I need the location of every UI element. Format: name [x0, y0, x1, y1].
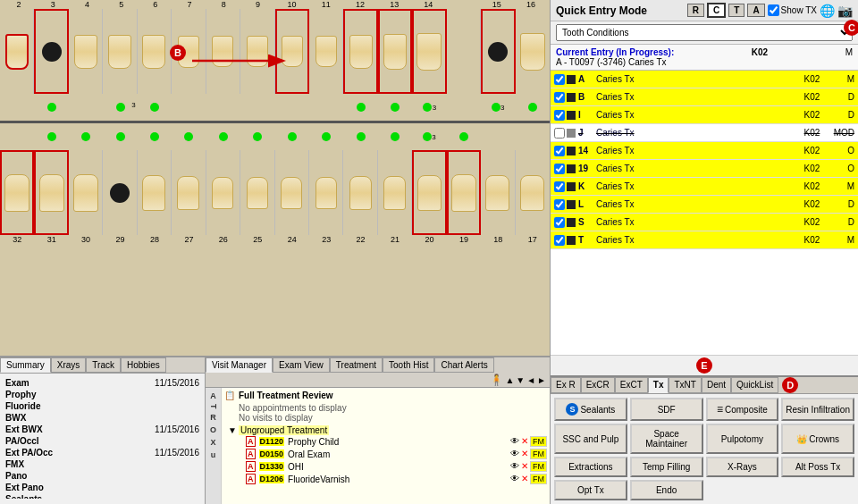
tooth-21[interactable] — [378, 150, 412, 235]
entry-row-14[interactable]: 14 Caries Tx K02 O — [551, 142, 858, 160]
tooth-G[interactable] — [206, 9, 240, 94]
visit-icon-down[interactable]: ▼ — [516, 375, 525, 385]
entry-checkbox-S[interactable] — [554, 217, 565, 228]
tooth-I[interactable] — [275, 9, 309, 94]
entry-checkbox-19[interactable] — [554, 164, 565, 174]
tab-hobbies[interactable]: Hobbies — [121, 357, 166, 373]
tooth-17[interactable] — [516, 150, 550, 235]
tx-btn-extractions[interactable]: Extractions — [554, 457, 627, 477]
icon-globe[interactable]: 🌐 — [820, 4, 835, 18]
mode-btn-R[interactable]: R — [687, 4, 704, 17]
visit-icon-up[interactable]: ▲ — [505, 375, 514, 385]
tooth-19[interactable] — [447, 150, 481, 235]
tx-btn-composite[interactable]: ≡ Composite — [706, 398, 779, 421]
treatment-D0150[interactable]: A D0150 Oral Exam 👁 ✕ FM — [224, 448, 547, 460]
tooth-16[interactable] — [516, 9, 550, 94]
tooth-B[interactable] — [34, 9, 68, 94]
tooth-S[interactable] — [34, 150, 68, 235]
tx-btn-pulpotomy[interactable]: Pulpotomy — [706, 424, 779, 454]
tooth-Q[interactable] — [103, 150, 137, 235]
tooth-O[interactable] — [172, 150, 206, 235]
entry-row-S[interactable]: S Caries Tx K02 D — [551, 214, 858, 231]
entry-checkbox-K[interactable] — [554, 181, 565, 192]
tx-btn-resin[interactable]: Resin Infiltration — [781, 398, 854, 421]
bottom-left-tab-bar: Summary Xrays Track Hobbies — [0, 357, 205, 374]
tab-treatment[interactable]: Treatment — [330, 357, 383, 373]
entry-row-K[interactable]: K Caries Tx K02 M — [551, 178, 858, 196]
mode-btn-C[interactable]: C — [707, 3, 726, 18]
tx-btn-altposs[interactable]: Alt Poss Tx — [781, 457, 854, 477]
entry-checkbox-T[interactable] — [554, 235, 565, 246]
treatment-D1330[interactable]: A D1330 OHI 👁 ✕ FM — [224, 460, 547, 473]
tx-tab-ExCR[interactable]: ExCR — [581, 377, 615, 393]
tooth-20[interactable] — [412, 150, 446, 235]
tooth-E[interactable] — [138, 9, 172, 94]
show-tx-checkbox[interactable] — [768, 4, 779, 16]
tooth-T[interactable] — [0, 150, 34, 235]
entry-letter-L: L — [578, 199, 596, 209]
entry-checkbox-A[interactable] — [554, 74, 565, 85]
tx-tab-Dent[interactable]: Dent — [702, 377, 731, 393]
tooth-14[interactable] — [412, 9, 446, 94]
entry-row-T[interactable]: T Caries Tx K02 M — [551, 231, 858, 249]
tab-chart-alerts[interactable]: Chart Alerts — [434, 357, 493, 373]
tx-btn-ssc[interactable]: SSC and Pulp — [554, 424, 627, 454]
visit-icon-right[interactable]: ► — [537, 375, 546, 385]
treatment-D1120[interactable]: A D1120 Prophy Child 👁 ✕ FM — [224, 435, 547, 448]
tooth-K[interactable] — [343, 9, 377, 94]
entry-checkbox-14[interactable] — [554, 146, 565, 156]
tooth-R[interactable] — [69, 150, 103, 235]
entry-row-I[interactable]: I Caries Tx K02 D — [551, 106, 858, 124]
tab-summary[interactable]: Summary — [0, 357, 51, 373]
tooth-15[interactable] — [481, 9, 515, 94]
tooth-K2[interactable] — [309, 150, 343, 235]
tooth-H[interactable] — [240, 9, 274, 94]
tx-tab-ExCT[interactable]: ExCT — [615, 377, 648, 393]
entry-checkbox-J[interactable] — [554, 128, 565, 139]
icon-camera[interactable]: 📷 — [837, 4, 853, 18]
tooth-D[interactable] — [103, 9, 137, 94]
tooth-conditions-dropdown[interactable]: Tooth Conditions — [556, 24, 853, 41]
tooth-A[interactable] — [0, 9, 34, 94]
tx-btn-crowns[interactable]: 👑 Crowns — [781, 424, 854, 454]
tx-btn-space[interactable]: Space Maintainer — [630, 424, 703, 454]
tx-tab-TxNT[interactable]: TxNT — [669, 377, 701, 393]
tx-btn-xrays[interactable]: X-Rays — [706, 457, 779, 477]
tooth-M[interactable] — [240, 150, 274, 235]
tx-tab-ExR[interactable]: Ex R — [551, 377, 581, 393]
tooth-L[interactable] — [378, 9, 412, 94]
mode-btn-T[interactable]: T — [728, 4, 744, 17]
tx-btn-opttx[interactable]: Opt Tx — [554, 480, 627, 500]
tooth-P[interactable] — [138, 150, 172, 235]
tx-btn-endo[interactable]: Endo — [630, 480, 703, 500]
tab-visit-manager[interactable]: Visit Manager — [206, 357, 273, 373]
tab-xrays[interactable]: Xrays — [51, 357, 87, 373]
entry-row-L[interactable]: L Caries Tx K02 D — [551, 196, 858, 214]
tooth-L2[interactable] — [275, 150, 309, 235]
tx-btn-temp[interactable]: Temp Filling — [630, 457, 703, 477]
visit-icon-left[interactable]: ◄ — [526, 375, 535, 385]
entry-checkbox-L[interactable] — [554, 199, 565, 210]
tab-tooth-hist[interactable]: Tooth Hist — [383, 357, 434, 373]
treatment-D1206[interactable]: A D1206 FluorideVarnish 👁 ✕ FM — [224, 473, 547, 485]
tab-track[interactable]: Track — [86, 357, 121, 373]
tooth-J[interactable] — [309, 9, 343, 94]
tab-exam-view[interactable]: Exam View — [273, 357, 330, 373]
tooth-18[interactable] — [481, 150, 515, 235]
visit-icon-person[interactable]: 🧍 — [490, 374, 503, 386]
tx-tab-Tx[interactable]: Tx — [648, 377, 669, 393]
entry-row-B[interactable]: B Caries Tx K02 D — [551, 88, 858, 106]
entry-row-A[interactable]: A Caries Tx K02 M — [551, 71, 858, 88]
entry-checkbox-B[interactable] — [554, 92, 565, 103]
entry-checkbox-I[interactable] — [554, 110, 565, 121]
tx-btn-sdf[interactable]: SDF — [630, 398, 703, 421]
tx-tab-QuickList[interactable]: QuickList — [731, 377, 778, 393]
tooth-F[interactable] — [172, 9, 206, 94]
tooth-C[interactable] — [69, 9, 103, 94]
entry-row-19[interactable]: 19 Caries Tx K02 O — [551, 160, 858, 178]
tooth-N[interactable] — [206, 150, 240, 235]
entry-row-J[interactable]: J Caries Tx K02 MOD — [551, 124, 858, 142]
mode-btn-A[interactable]: A — [747, 4, 764, 17]
tx-btn-sealants[interactable]: S Sealants — [554, 398, 627, 421]
tooth-22[interactable] — [343, 150, 377, 235]
